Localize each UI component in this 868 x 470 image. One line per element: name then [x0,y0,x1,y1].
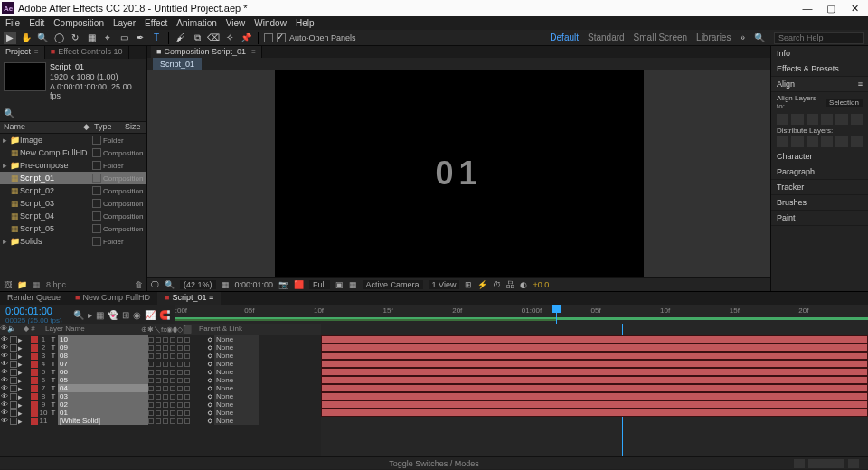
new-folder-icon[interactable]: 📁 [17,280,27,289]
distribute-1-icon[interactable] [777,136,788,147]
layer-bar[interactable] [321,360,868,368]
timeline-tab-script01[interactable]: ■Script_01 ≡ [157,292,221,305]
align-left-icon[interactable] [777,114,788,125]
graph-editor-icon[interactable]: 📈 [145,310,156,320]
align-bottom-icon[interactable] [851,114,863,125]
menu-composition[interactable]: Composition [53,18,104,28]
project-item[interactable]: ▸📁SolidsFolder [0,235,146,248]
resolution-dropdown[interactable]: Full [309,280,330,289]
channel-icon[interactable]: 🟥 [294,280,304,289]
frame-blend-icon[interactable]: ⊞ [122,310,129,320]
distribute-5-icon[interactable] [835,136,847,147]
paint-panel-header[interactable]: Paint [771,211,868,226]
search-timeline-icon[interactable]: 🔍 [73,310,84,320]
timeline-tab-new-comp[interactable]: ■New Comp FullHD [68,292,157,305]
shape-tool-icon[interactable]: ▭ [118,32,130,44]
exposure-value[interactable]: +0.0 [533,280,549,289]
pan-behind-tool-icon[interactable]: ⌖ [101,32,114,44]
layer-bar[interactable] [321,368,868,376]
label-header-icon[interactable]: ◆ # [24,324,42,335]
layer-row[interactable]: 👁▸7T04⭘None [0,384,321,392]
menu-edit[interactable]: Edit [29,18,44,28]
align-hcenter-icon[interactable] [791,114,803,125]
comp-mini-flowchart-icon[interactable]: ▸ [88,310,92,320]
align-right-icon[interactable] [807,114,818,125]
menu-effect[interactable]: Effect [145,18,167,28]
flowchart-icon[interactable]: 品 [506,279,514,291]
maximize-button[interactable]: ▢ [819,3,843,14]
draft3d-icon[interactable]: ▦ [96,310,104,320]
project-item[interactable]: ▦Script_04Composition [0,210,146,222]
camera-tool-icon[interactable]: ▦ [85,32,98,44]
zoom-tool-icon[interactable]: 🔍 [36,32,49,44]
info-panel-header[interactable]: Info [771,46,868,61]
timeline-icon[interactable]: ⏱ [493,280,501,289]
layer-row[interactable]: 👁▸5T06⭘None [0,368,321,376]
align-top-icon[interactable] [821,114,833,125]
distribute-4-icon[interactable] [821,136,833,147]
distribute-6-icon[interactable] [851,136,863,147]
puppet-tool-icon[interactable]: 📌 [240,32,252,44]
workspace-small-screen[interactable]: Small Screen [634,33,687,42]
project-item[interactable]: ▦Script_01Composition [0,172,146,184]
search-help-input[interactable] [774,32,864,44]
label-column-icon[interactable]: ◆ [80,122,92,133]
layer-row[interactable]: 👁▸2T09⭘None [0,343,321,352]
project-item[interactable]: ▦Script_03Composition [0,197,146,210]
layer-row[interactable]: 👁▸4T07⭘None [0,360,321,368]
minimize-button[interactable]: — [796,3,819,14]
project-tab[interactable]: Project≡ [0,46,45,59]
composition-tab[interactable]: ■Composition Script_01 ≡ [151,46,262,58]
align-panel-header[interactable]: Align≡ [771,77,868,92]
layer-bar[interactable] [321,335,868,343]
timeline-tab-render-queue[interactable]: Render Queue [0,292,68,305]
brushes-panel-header[interactable]: Brushes [771,195,868,211]
menu-window[interactable]: Window [254,18,287,28]
zoom-out-icon[interactable] [794,459,805,468]
composition-viewer[interactable]: 01 [147,70,770,277]
align-vcenter-icon[interactable] [835,114,847,125]
workspace-overflow-icon[interactable]: » [740,33,745,42]
fast-preview-icon[interactable]: ⚡ [477,280,487,289]
effects-presets-panel-header[interactable]: Effects & Presets [771,61,868,77]
zoom-slider[interactable] [808,459,844,468]
effect-controls-tab[interactable]: ■Effect Controls 10 [45,46,129,59]
menu-animation[interactable]: Animation [176,18,216,28]
delete-icon[interactable]: 🗑 [135,280,143,289]
pen-tool-icon[interactable]: ✒ [134,32,146,44]
menu-layer[interactable]: Layer [113,18,136,28]
close-button[interactable]: ✕ [843,3,866,14]
always-preview-icon[interactable]: 🖵 [151,280,159,289]
workspace-standard[interactable]: Standard [588,33,625,42]
parent-header[interactable]: Parent & Link [195,324,321,335]
timeline-tracks[interactable] [321,324,868,456]
menu-help[interactable]: Help [296,18,315,28]
layer-row[interactable]: 👁▸6T05⭘None [0,376,321,384]
color-depth-button[interactable]: 8 bpc [46,280,66,289]
camera-dropdown[interactable]: Active Camera [363,280,423,289]
project-search-icon[interactable]: 🔍 [4,108,14,118]
layer-row[interactable]: 👁▸9T02⭘None [0,400,321,409]
zoom-in-icon[interactable] [848,459,859,468]
snapshot-icon[interactable]: 📷 [278,280,288,289]
zoom-dropdown[interactable]: (42.1%) [180,280,216,289]
toggle-switches-modes[interactable]: Toggle Switches / Modes [389,459,479,468]
layer-bar[interactable] [321,384,868,392]
shy-icon[interactable]: 👻 [108,310,118,320]
layer-row[interactable]: 👁▸3T08⭘None [0,352,321,360]
clone-tool-icon[interactable]: ⧉ [191,32,203,44]
magnification-icon[interactable]: 🔍 [165,280,175,289]
orbit-tool-icon[interactable]: ◯ [52,32,65,44]
layer-row[interactable]: 👁▸8T03⭘None [0,392,321,400]
layer-row[interactable]: 👁▸10T01⭘None [0,409,321,417]
tracker-panel-header[interactable]: Tracker [771,180,868,195]
pixel-aspect-icon[interactable]: ⊞ [465,280,472,289]
roto-tool-icon[interactable]: ✧ [223,32,236,44]
distribute-2-icon[interactable] [791,136,803,147]
current-time-indicator[interactable] [556,305,557,324]
align-to-dropdown[interactable]: Selection [826,99,863,107]
project-item[interactable]: ▦Script_02Composition [0,184,146,197]
flowchart-tab[interactable]: Script_01 [153,58,202,70]
layer-bar[interactable] [321,343,868,352]
brush-tool-icon[interactable]: 🖌 [175,32,187,44]
